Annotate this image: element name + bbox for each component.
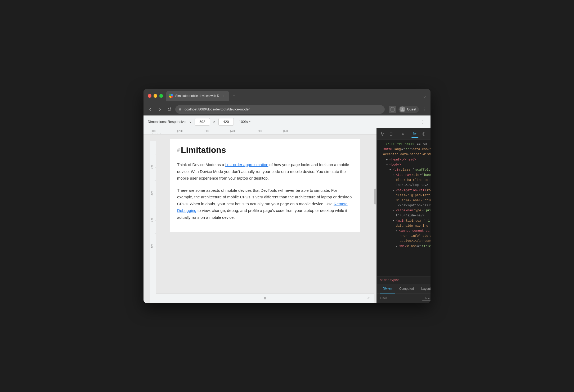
svg-point-32	[423, 133, 424, 135]
selected-element-display: <!doctype>	[377, 277, 431, 284]
dimensions-label: Dimensions: Responsive	[148, 120, 186, 124]
traffic-lights	[148, 94, 163, 98]
html-line-topnav: ▶ <top-nav role="banner" class=	[380, 173, 431, 178]
styles-filter-input[interactable]	[380, 296, 420, 300]
devtools-more-button[interactable]: ⋮	[428, 130, 431, 138]
main-area: |100 |200 |300 |400 |500 |600	[144, 128, 431, 303]
devtools-toggle-button[interactable]	[389, 106, 396, 113]
page-heading: # Limitations	[177, 145, 353, 155]
vertical-ruler: 100 200 300 400	[150, 141, 156, 303]
devtools-bottom: <!doctype> Styles Computed Layout »	[377, 277, 431, 303]
html-line-announce3: active>…</announcement-bann	[380, 239, 431, 244]
devtools-panel-tabs: Styles Computed Layout »	[377, 284, 431, 293]
browser-window: Simulate mobile devices with D × + ⌄ loc…	[144, 89, 431, 303]
nav-bar: localhost:8080/docs/devtools/device-mode…	[144, 103, 431, 115]
html-line-topnav3: inert>…</top-nav>	[380, 183, 431, 188]
address-bar[interactable]: localhost:8080/docs/devtools/device-mode…	[175, 105, 385, 114]
browser-menu-button[interactable]: ⋮	[421, 106, 427, 113]
tab-close-button[interactable]: ×	[221, 94, 226, 98]
page-view: |100 |200 |300 |400 |500 |600	[144, 128, 376, 303]
paragraph-1: Think of Device Mode as a first-order ap…	[177, 161, 353, 182]
page-scrollbar[interactable]	[374, 141, 376, 303]
content-area: 100 200 300 400	[150, 135, 376, 303]
html-line-sidenav: ▶ <side-nav type="project" view	[380, 208, 431, 213]
html-line-main: ▼ <main tabindex="-1" id="main-	[380, 219, 431, 224]
profile-avatar	[400, 106, 405, 112]
reload-button[interactable]	[166, 106, 173, 113]
profile-name: Guest	[407, 107, 416, 111]
toolbar-separator-2	[409, 131, 409, 137]
svg-text:|100: |100	[150, 130, 156, 132]
elements-panel-button[interactable]	[411, 130, 419, 138]
para2-text-before: There are some aspects of mobile devices…	[177, 188, 352, 206]
new-tab-button[interactable]: +	[230, 92, 238, 100]
heading-anchor: #	[177, 147, 180, 153]
back-button[interactable]	[147, 106, 154, 113]
paragraph-2: There are some aspects of mobile devices…	[177, 187, 353, 221]
svg-text:|200: |200	[177, 130, 183, 132]
scrollbar-thumb[interactable]	[374, 189, 376, 204]
devtools-panel: » ⋮	[376, 128, 431, 303]
html-line-body: ▼ <body>	[380, 162, 431, 167]
page-content-wrapper: # Limitations Think of Device Mode as a …	[156, 135, 374, 293]
title-bar: Simulate mobile devices with D × + ⌄	[144, 89, 431, 103]
html-line-navrail3: 0" aria-label="primary" tabin	[380, 198, 431, 203]
svg-rect-4	[150, 128, 376, 135]
page-frame: # Limitations Think of Device Mode as a …	[170, 139, 360, 232]
html-line-main2: data-side-nav-inert data-sear	[380, 224, 431, 229]
height-input[interactable]	[218, 118, 234, 126]
tab-styles[interactable]: Styles	[380, 284, 395, 293]
html-line-topnav2: block hairline-bottom" data-s	[380, 178, 431, 183]
device-toolbar: Dimensions: Responsive × 100% ⋮	[144, 115, 431, 128]
styles-filter-bar: :hov .cls +	[377, 293, 431, 303]
html-line-scaffold: ▼ <div class="scaffold"> grid	[380, 167, 431, 173]
inspect-tool-button[interactable]	[379, 130, 386, 138]
svg-text:100: 100	[150, 165, 153, 169]
tab-favicon	[169, 94, 173, 98]
html-line-navrail4: …</navigation-rail>	[380, 203, 431, 208]
maximize-traffic-light[interactable]	[159, 94, 163, 98]
toolbar-more-button[interactable]: ⋮	[419, 118, 426, 126]
zoom-value: 100%	[239, 120, 248, 124]
svg-text:300: 300	[150, 218, 153, 222]
tab-computed[interactable]: Computed	[396, 284, 417, 293]
forward-button[interactable]	[156, 106, 164, 113]
html-line-html: <html lang="en" data-cookies-	[380, 147, 431, 152]
heading-text: Limitations	[181, 145, 226, 155]
nav-actions: Guest ⋮	[389, 106, 427, 113]
para1-text-before: Think of Device Mode as a	[177, 162, 225, 167]
zoom-selector[interactable]: 100%	[237, 119, 254, 125]
active-tab[interactable]: Simulate mobile devices with D ×	[166, 91, 229, 101]
tab-layout[interactable]: Layout	[418, 284, 431, 293]
close-traffic-light[interactable]	[148, 94, 151, 98]
svg-text:|500: |500	[256, 130, 262, 132]
html-line-titlebar: ▶ <div class="title-bar displ	[380, 244, 431, 249]
svg-rect-0	[179, 109, 181, 110]
hov-filter-button[interactable]: :hov	[422, 296, 431, 301]
tab-title: Simulate mobile devices with D	[175, 94, 219, 98]
html-line-html2: accepted data-banner-dismissed>	[380, 152, 431, 157]
edit-icon[interactable]	[367, 296, 371, 301]
html-line-navrail2: class="lg:pad-left-200 lg:pad	[380, 193, 431, 198]
device-mode-button[interactable]	[387, 130, 395, 138]
minimize-traffic-light[interactable]	[154, 94, 157, 98]
width-input[interactable]	[195, 118, 210, 126]
svg-text:|300: |300	[203, 130, 209, 132]
html-line-navrail: ▶ <navigation-rail role="naviga	[380, 188, 431, 193]
tab-bar: Simulate mobile devices with D × + ⌄	[166, 91, 426, 101]
toolbar-separator-1	[397, 131, 397, 137]
profile-button[interactable]: Guest	[398, 106, 419, 113]
html-line-announce: ▶ <announcement-banner class=	[380, 229, 431, 234]
para2-text-after: to view, change, debug, and profile a pa…	[177, 208, 347, 220]
first-order-link[interactable]: first-order approximation	[225, 162, 268, 167]
drag-handle[interactable]: ≡	[263, 296, 266, 301]
svg-rect-2	[392, 108, 394, 111]
html-line-sidenav2: t">…</side-nav>	[380, 213, 431, 218]
html-line-doctype: ···<!DOCTYPE html> == $0	[380, 142, 431, 147]
devtools-html-tree[interactable]: ···<!DOCTYPE html> == $0 <html lang="en"…	[377, 140, 431, 277]
more-tools-button[interactable]: »	[399, 130, 407, 138]
svg-text:|600: |600	[283, 130, 289, 132]
horizontal-ruler: |100 |200 |300 |400 |500 |600	[144, 128, 376, 135]
settings-button[interactable]	[420, 130, 427, 138]
tab-menu-button[interactable]: ⌄	[423, 93, 426, 99]
